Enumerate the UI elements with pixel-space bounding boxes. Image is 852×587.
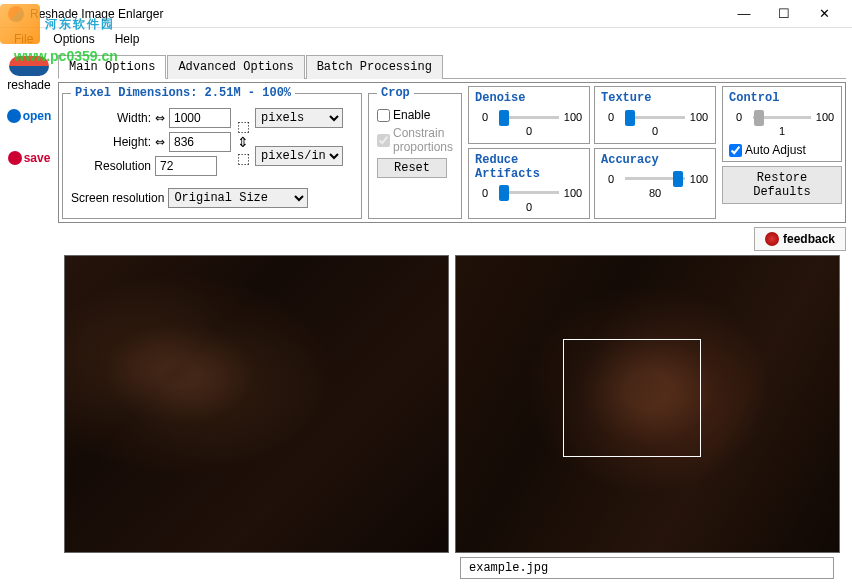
texture-slider[interactable] [625,116,685,119]
constrain-label: Constrain proportions [393,126,453,154]
height-input[interactable] [169,132,231,152]
width-input[interactable] [169,108,231,128]
control-slider [753,116,811,119]
menu-file[interactable]: File [4,29,43,49]
control-max: 100 [815,111,835,123]
constrain-row: Constrain proportions [377,126,453,154]
pixel-dimensions-legend: Pixel Dimensions: 2.51M - 100% [71,86,295,100]
app-icon [8,6,24,22]
sidebar-reshade-brand[interactable]: reshade [4,56,54,92]
save-button[interactable]: save [4,140,54,176]
tab-batch-processing[interactable]: Batch Processing [306,55,443,79]
crop-group: Crop Enable Constrain proportions Reset [368,86,462,219]
menubar: File Options Help [0,28,852,50]
tab-bar: Main Options Advanced Options Batch Proc… [58,54,846,79]
minimize-button[interactable]: — [724,2,764,26]
save-icon [8,151,22,165]
texture-value: 0 [601,125,709,137]
accuracy-title: Accuracy [601,153,709,167]
auto-adjust-label: Auto Adjust [745,143,806,157]
close-button[interactable]: ✕ [804,2,844,26]
preview-original[interactable] [455,255,840,553]
reduce-min: 0 [475,187,495,199]
link-width-icon: ⇔ [155,111,165,125]
control-group: Control 0 100 1 Auto Adjust [722,86,842,162]
reduce-value: 0 [475,201,583,213]
menu-options[interactable]: Options [43,29,104,49]
denoise-slider[interactable] [499,116,559,119]
denoise-title: Denoise [475,91,583,105]
control-value: 1 [729,125,835,137]
texture-min: 0 [601,111,621,123]
window-title: Reshade Image Enlarger [30,7,724,21]
accuracy-max: 100 [689,173,709,185]
tab-advanced-options[interactable]: Advanced Options [167,55,304,79]
dimension-unit-select[interactable]: pixels [255,108,343,128]
pixel-dimensions-group: Pixel Dimensions: 2.51M - 100% Width: ⇔ … [62,86,362,219]
crop-reset-button[interactable]: Reset [377,158,447,178]
titlebar: Reshade Image Enlarger — ☐ ✕ [0,0,852,28]
reshade-label: reshade [7,78,50,92]
auto-adjust-checkbox[interactable] [729,144,742,157]
filename-display: example.jpg [460,557,834,579]
resolution-unit-select[interactable]: pixels/inch [255,146,343,166]
sidebar: reshade open save [0,50,58,587]
preview-enlarged[interactable] [64,255,449,553]
denoise-group: Denoise 0 100 0 [468,86,590,144]
tab-main-options[interactable]: Main Options [58,55,166,79]
crop-enable-checkbox[interactable] [377,109,390,122]
screen-resolution-select[interactable]: Original Size [168,188,308,208]
texture-max: 100 [689,111,709,123]
reduce-title: Reduce Artifacts [475,153,583,181]
open-button[interactable]: open [4,98,54,134]
control-title: Control [729,91,835,105]
maximize-button[interactable]: ☐ [764,2,804,26]
menu-help[interactable]: Help [105,29,150,49]
open-label: open [23,109,52,123]
auto-adjust-row[interactable]: Auto Adjust [729,143,835,157]
width-label: Width: [71,111,151,125]
accuracy-value: 80 [601,187,709,199]
accuracy-group: Accuracy 0 100 80 [594,148,716,220]
reduce-max: 100 [563,187,583,199]
aspect-lock-icon[interactable]: ⬚⇕⬚ [235,118,251,166]
resolution-label: Resolution [71,159,151,173]
denoise-max: 100 [563,111,583,123]
screen-resolution-label: Screen resolution [71,191,164,205]
texture-title: Texture [601,91,709,105]
crop-enable-row[interactable]: Enable [377,108,453,122]
resolution-input[interactable] [155,156,217,176]
constrain-checkbox [377,134,390,147]
accuracy-slider[interactable] [625,177,685,180]
restore-defaults-button[interactable]: Restore Defaults [722,166,842,204]
height-label: Height: [71,135,151,149]
open-icon [7,109,21,123]
denoise-min: 0 [475,111,495,123]
crop-enable-label: Enable [393,108,430,122]
feedback-button[interactable]: feedback [754,227,846,251]
accuracy-min: 0 [601,173,621,185]
feedback-label: feedback [783,232,835,246]
link-height-icon: ⇔ [155,135,165,149]
texture-group: Texture 0 100 0 [594,86,716,144]
control-min: 0 [729,111,749,123]
denoise-value: 0 [475,125,583,137]
crop-rectangle[interactable] [563,339,701,457]
reduce-slider[interactable] [499,191,559,194]
crop-legend: Crop [377,86,414,100]
reshade-logo-icon [9,56,49,76]
bug-icon [765,232,779,246]
reduce-artifacts-group: Reduce Artifacts 0 100 0 [468,148,590,220]
save-label: save [24,151,51,165]
